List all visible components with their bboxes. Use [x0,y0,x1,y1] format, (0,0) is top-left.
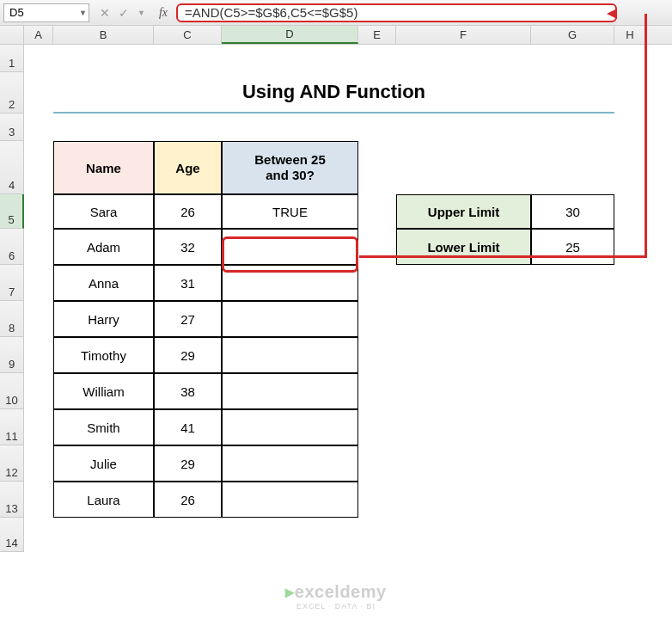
cell-name-3[interactable]: Harry [53,301,154,337]
cell-result-7[interactable] [222,445,358,482]
cell-result-3[interactable] [222,301,358,337]
col-header-A[interactable]: A [24,26,53,44]
upper-limit-value[interactable]: 30 [531,194,614,229]
col-header-D[interactable]: D [222,26,358,44]
formula-bar-buttons: ✕ ✓ ▼ [95,6,150,20]
col-header-F[interactable]: F [396,26,531,44]
row-header-1[interactable]: 1 [0,45,24,72]
fx-icon[interactable]: fx [156,6,171,20]
select-all-corner[interactable] [0,26,24,44]
cancel-icon[interactable]: ✕ [100,6,110,20]
cell-age-5[interactable]: 38 [154,373,222,409]
formula-input[interactable]: =AND(C5>=$G$6,C5<=$G$5) [176,3,617,22]
enter-icon[interactable]: ✓ [119,6,129,20]
row-header-14[interactable]: 14 [0,518,24,552]
cell-name-7[interactable]: Julie [53,445,154,482]
row-header-10[interactable]: 10 [0,373,24,409]
cell-result-4[interactable] [222,337,358,373]
row-header-13[interactable]: 13 [0,482,24,518]
lower-limit-value[interactable]: 25 [531,229,614,265]
watermark: ▸exceldemy EXCEL · DATA · BI [285,581,386,611]
name-box-value: D5 [9,6,24,19]
cell-age-2[interactable]: 31 [154,265,222,301]
row-header-3[interactable]: 3 [0,114,24,141]
cell-age-8[interactable]: 26 [154,482,222,518]
cell-result-5[interactable] [222,373,358,409]
cell-result-2[interactable] [222,265,358,301]
row-header-4[interactable]: 4 [0,141,24,194]
cell-age-6[interactable]: 41 [154,409,222,445]
row-header-9[interactable]: 9 [0,337,24,373]
row-header-2[interactable]: 2 [0,72,24,114]
upper-limit-label: Upper Limit [396,194,531,229]
col-header-E[interactable]: E [358,26,396,44]
name-box[interactable]: D5 ▼ [3,3,89,22]
cell-name-1[interactable]: Adam [53,229,154,265]
col-header-C[interactable]: C [154,26,222,44]
row-header-5[interactable]: 5 [0,194,24,229]
cell-age-7[interactable]: 29 [154,445,222,482]
header-age: Age [154,141,222,194]
cell-name-4[interactable]: Timothy [53,337,154,373]
cell-result-8[interactable] [222,482,358,518]
col-header-B[interactable]: B [53,26,154,44]
cell-age-3[interactable]: 27 [154,301,222,337]
cell-name-0[interactable]: Sara [53,194,154,229]
cell-result-1[interactable] [222,229,358,265]
row-header-12[interactable]: 12 [0,445,24,482]
name-box-dropdown-icon[interactable]: ▼ [79,9,87,17]
page-title: Using AND Function [53,72,614,114]
formula-bar: D5 ▼ ✕ ✓ ▼ fx =AND(C5>=$G$6,C5<=$G$5) [0,0,672,26]
cell-age-0[interactable]: 26 [154,194,222,229]
header-name: Name [53,141,154,194]
header-between: Between 25and 30? [222,141,358,194]
row-header-6[interactable]: 6 [0,229,24,265]
lower-limit-label: Lower Limit [396,229,531,265]
column-headers: ABCDEFGH [0,26,672,45]
spreadsheet-grid: ABCDEFGH 1234567891011121314 Using AND F… [0,26,672,552]
cell-result-6[interactable] [222,409,358,445]
dropdown-icon[interactable]: ▼ [137,9,145,17]
cell-name-5[interactable]: William [53,373,154,409]
cell-age-4[interactable]: 29 [154,337,222,373]
cell-name-8[interactable]: Laura [53,482,154,518]
row-header-7[interactable]: 7 [0,265,24,301]
cell-name-2[interactable]: Anna [53,265,154,301]
col-header-H[interactable]: H [614,26,646,44]
row-header-8[interactable]: 8 [0,301,24,337]
cells-area[interactable]: Using AND FunctionNameAgeBetween 25and 3… [24,45,672,552]
cell-age-1[interactable]: 32 [154,229,222,265]
cell-result-0[interactable]: TRUE [222,194,358,229]
col-header-G[interactable]: G [531,26,614,44]
cell-name-6[interactable]: Smith [53,409,154,445]
row-headers: 1234567891011121314 [0,45,24,552]
formula-text: =AND(C5>=$G$6,C5<=$G$5) [185,5,357,20]
row-header-11[interactable]: 11 [0,409,24,445]
